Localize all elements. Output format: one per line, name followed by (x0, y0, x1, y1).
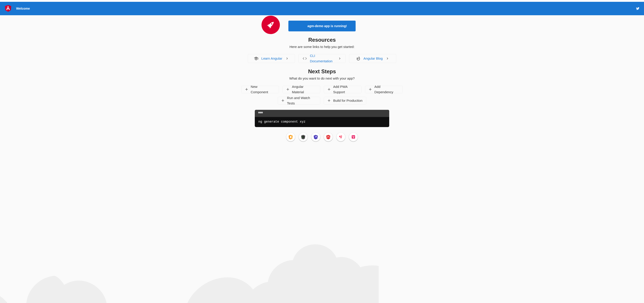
card-label: Build for Production (333, 98, 362, 103)
next-steps-cards: + New Component + Angular Material + Add… (218, 86, 426, 108)
twitter-icon (635, 6, 640, 11)
chevron-right-icon (285, 56, 289, 60)
resources-cards: Learn Angular CLI Documentation Angular … (246, 54, 398, 66)
chevron-right-icon (338, 56, 342, 60)
highlight-text: agm-demo app is running! (308, 24, 347, 28)
augury-icon (313, 134, 318, 140)
code-brackets-icon (302, 56, 307, 61)
resources-subtext: Here are some links to help you get star… (290, 45, 354, 49)
card-label: CLI Documentation (310, 53, 335, 64)
augury-link[interactable] (311, 132, 320, 142)
build-production-card[interactable]: + Build for Production (324, 97, 366, 104)
add-dependency-card[interactable]: + Add Dependency (365, 86, 403, 93)
cli-shield-icon (301, 134, 306, 140)
angular-material-card[interactable]: + Angular Material (282, 86, 320, 93)
terminal-command: ng generate component xyz (255, 120, 389, 127)
terminal: ng generate component xyz (255, 110, 389, 127)
clouds-background (0, 230, 379, 303)
resources-heading: Resources (308, 37, 336, 43)
protractor-link[interactable] (324, 132, 333, 142)
card-label: Angular Material (292, 84, 316, 95)
plus-icon: + (328, 98, 330, 103)
card-label: Run and Watch Tests (287, 95, 316, 106)
rocket-badge (262, 16, 280, 34)
card-label: Learn Angular (261, 56, 282, 61)
next-steps-heading: Next Steps (308, 68, 336, 75)
svg-text:m: m (340, 136, 341, 138)
footer-link-row: m (284, 131, 360, 143)
angular-blog-card[interactable]: Angular Blog (349, 54, 396, 63)
svg-rect-16 (354, 136, 354, 138)
cli-link[interactable] (299, 132, 308, 142)
meetup-link[interactable]: m (336, 132, 345, 142)
browser-chrome-top (0, 0, 644, 2)
protractor-icon (326, 134, 331, 140)
svg-rect-4 (302, 136, 304, 138)
plus-icon: + (369, 87, 372, 92)
new-component-card[interactable]: + New Component (241, 86, 279, 93)
angular-logo-icon (4, 4, 12, 13)
meetup-icon: m (338, 134, 343, 140)
svg-rect-15 (354, 136, 354, 138)
animations-icon (288, 134, 293, 140)
chevron-right-icon (386, 56, 390, 60)
flame-icon (356, 56, 361, 61)
plus-icon: + (328, 87, 330, 92)
plus-icon: + (245, 87, 248, 92)
svg-rect-13 (352, 136, 353, 137)
next-steps-subtext: What do you want to do next with your ap… (289, 76, 355, 80)
rocket-icon (266, 20, 276, 30)
card-label: Add PWA Support (333, 84, 358, 95)
plus-icon: + (282, 98, 284, 103)
toolbar-title: Welcome (16, 7, 30, 10)
learn-angular-card[interactable]: Learn Angular (248, 54, 295, 63)
run-tests-card[interactable]: + Run and Watch Tests (278, 97, 320, 104)
app-toolbar: Welcome (0, 2, 644, 15)
highlight-card: agm-demo app is running! (288, 20, 356, 32)
card-label: New Component (251, 84, 275, 95)
add-pwa-card[interactable]: + Add PWA Support (324, 86, 362, 93)
gitter-link[interactable] (349, 132, 358, 142)
animations-link[interactable] (286, 132, 295, 142)
school-icon (254, 56, 258, 61)
card-label: Add Dependency (374, 84, 399, 95)
twitter-link[interactable] (635, 4, 640, 13)
cli-documentation-card[interactable]: CLI Documentation (298, 54, 346, 63)
gitter-icon (351, 134, 356, 140)
plus-icon: + (286, 87, 289, 92)
card-label: Angular Blog (364, 56, 383, 61)
